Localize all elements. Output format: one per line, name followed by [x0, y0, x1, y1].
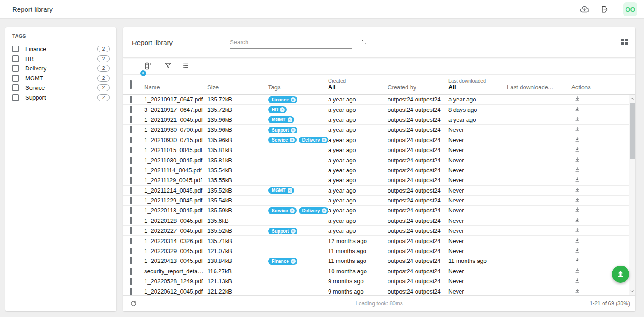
sidebar-tag-item[interactable]: Service2 — [12, 83, 110, 93]
row-checkbox[interactable] — [130, 187, 132, 194]
download-icon[interactable] — [574, 146, 580, 152]
remove-tag-icon[interactable]: ✕ — [288, 117, 292, 122]
download-icon[interactable] — [574, 187, 580, 193]
search-input[interactable] — [230, 37, 352, 49]
tag-chip: MGMT✕ — [268, 116, 294, 123]
download-icon[interactable] — [574, 116, 580, 122]
sidebar-tag-item[interactable]: MGMT2 — [12, 74, 110, 83]
sidebar-tag-item[interactable]: Finance2 — [12, 44, 110, 54]
remove-tag-icon[interactable]: ✕ — [291, 97, 296, 102]
remove-tag-icon[interactable]: ✕ — [288, 188, 292, 193]
tag-label: HR — [25, 55, 34, 62]
view-list-icon[interactable] — [181, 61, 190, 70]
report-created-by: outpost24 outpost24 — [388, 278, 448, 285]
download-icon[interactable] — [574, 237, 580, 243]
row-checkbox[interactable] — [130, 207, 132, 214]
add-column-icon[interactable] — [143, 61, 152, 71]
remove-tag-icon[interactable]: ✕ — [290, 208, 295, 213]
created-label: Created — [328, 78, 388, 83]
row-checkbox[interactable] — [130, 268, 132, 275]
column-header-name[interactable]: Name — [144, 84, 207, 94]
row-checkbox[interactable] — [130, 137, 132, 143]
row-checkbox[interactable] — [130, 147, 132, 153]
report-actions — [571, 116, 629, 124]
row-checkbox[interactable] — [130, 227, 132, 234]
column-header-tags[interactable]: Tags — [268, 84, 328, 94]
tag-chip: Service✕ — [268, 207, 297, 214]
upload-report-button[interactable] — [612, 266, 629, 283]
row-checkbox[interactable] — [130, 177, 132, 184]
row-checkbox[interactable] — [130, 278, 132, 285]
download-icon[interactable] — [574, 197, 580, 203]
report-created: a year ago — [328, 187, 388, 194]
row-checkbox[interactable] — [130, 288, 132, 295]
row-checkbox[interactable] — [130, 257, 132, 264]
column-header-last-downloaded[interactable]: Last downloaded All — [448, 78, 507, 94]
download-icon[interactable] — [574, 288, 580, 294]
tag-checkbox[interactable] — [12, 94, 19, 101]
row-checkbox[interactable] — [130, 238, 132, 244]
row-checkbox[interactable] — [130, 106, 132, 113]
row-checkbox[interactable] — [130, 167, 132, 174]
filter-icon[interactable] — [164, 61, 173, 70]
column-header-created[interactable]: Created All — [328, 78, 388, 94]
download-icon[interactable] — [574, 96, 580, 102]
download-icon[interactable] — [574, 247, 580, 253]
column-header-last-downloaded-by[interactable]: Last downloade... — [507, 84, 571, 94]
remove-tag-icon[interactable]: ✕ — [291, 128, 296, 133]
avatar[interactable]: OO — [623, 2, 637, 16]
column-header-size[interactable]: Size — [207, 84, 268, 94]
report-created-by: outpost24 outpost24 — [388, 288, 448, 295]
download-icon[interactable] — [574, 267, 580, 274]
remove-tag-icon[interactable]: ✕ — [291, 229, 296, 234]
report-actions — [571, 166, 629, 174]
download-icon[interactable] — [574, 156, 580, 163]
row-checkbox[interactable] — [130, 126, 132, 133]
tag-checkbox[interactable] — [12, 55, 19, 62]
table-row: 1_20210921_0045.pdf135.96kBMGMT✕a year a… — [123, 115, 629, 125]
grid-view-icon[interactable] — [621, 39, 628, 45]
clear-search-icon[interactable] — [361, 38, 367, 45]
scroll-up-icon[interactable] — [629, 96, 635, 102]
table-row: 1_20220128_0045.pdf135.6kBa year agooutp… — [123, 216, 629, 226]
tag-chip-label: MGMT — [272, 117, 286, 122]
tag-checkbox[interactable] — [12, 46, 19, 52]
download-icon[interactable] — [574, 207, 580, 213]
scroll-down-icon[interactable] — [629, 288, 635, 294]
cloud-download-icon[interactable] — [580, 5, 589, 14]
row-checkbox[interactable] — [130, 157, 132, 164]
row-checkbox[interactable] — [130, 217, 132, 224]
last-downloaded-filter[interactable]: All — [448, 84, 507, 91]
select-all-checkbox[interactable] — [130, 80, 132, 89]
download-icon[interactable] — [574, 126, 580, 132]
row-checkbox[interactable] — [130, 96, 132, 103]
sidebar-tag-item[interactable]: Support2 — [12, 93, 110, 103]
tag-checkbox[interactable] — [12, 75, 19, 82]
row-checkbox[interactable] — [130, 116, 132, 123]
row-checkbox[interactable] — [130, 197, 132, 204]
remove-tag-icon[interactable]: ✕ — [280, 107, 285, 112]
remove-tag-icon[interactable]: ✕ — [290, 138, 295, 142]
tag-checkbox[interactable] — [12, 84, 19, 91]
column-header-created-by[interactable]: Created by — [388, 84, 448, 94]
download-icon[interactable] — [574, 106, 580, 112]
created-filter[interactable]: All — [328, 84, 388, 91]
download-icon[interactable] — [574, 217, 580, 223]
refresh-icon[interactable] — [130, 300, 137, 307]
download-icon[interactable] — [574, 277, 580, 284]
remove-tag-icon[interactable]: ✕ — [322, 208, 327, 213]
remove-tag-icon[interactable]: ✕ — [291, 259, 296, 264]
remove-tag-icon[interactable]: ✕ — [322, 138, 327, 142]
download-icon[interactable] — [574, 166, 580, 173]
row-checkbox[interactable] — [130, 248, 132, 254]
download-icon[interactable] — [574, 227, 580, 233]
vertical-scrollbar[interactable] — [629, 95, 635, 295]
sidebar-tag-item[interactable]: HR2 — [12, 54, 110, 64]
download-icon[interactable] — [574, 176, 580, 183]
tag-checkbox[interactable] — [12, 65, 19, 72]
logout-icon[interactable] — [600, 5, 609, 14]
sidebar-tag-item[interactable]: Delivery2 — [12, 64, 110, 74]
download-icon[interactable] — [574, 257, 580, 263]
download-icon[interactable] — [574, 136, 580, 142]
scrollbar-thumb[interactable] — [630, 103, 635, 159]
